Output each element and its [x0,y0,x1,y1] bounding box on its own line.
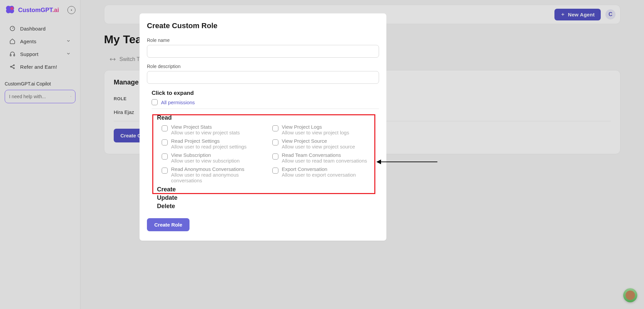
modal-title: Create Custom Role [147,21,379,30]
permission-text: Read Team ConversationsAllow user to rea… [282,152,367,164]
create-role-button[interactable]: Create Role [147,218,190,231]
permission-desc: Allow user to export conversation [282,172,356,178]
create-role-modal: Create Custom Role Role name Role descri… [140,13,386,241]
permission-item[interactable]: Export ConversationAllow user to export … [272,166,377,183]
permission-desc: Allow user to read anonymous conversatio… [171,172,266,183]
role-name-label: Role name [147,38,379,43]
click-to-expand-label: Click to expand [152,90,379,97]
permission-checkbox[interactable] [272,125,278,131]
divider [152,109,379,109]
permission-title: View Project Source [282,138,355,144]
permission-title: View Project Logs [282,124,349,130]
permission-checkbox[interactable] [272,168,278,174]
role-description-input[interactable] [147,71,379,84]
role-description-label: Role description [147,64,379,69]
all-permissions-checkbox[interactable] [152,99,158,105]
permission-title: Read Team Conversations [282,152,367,158]
permission-title: Read Anonymous Conversations [171,166,266,172]
permission-desc: Allow user to read project settings [171,144,247,149]
permission-checkbox[interactable] [162,139,168,145]
permission-title: View Project Stats [171,124,240,130]
delete-section-title[interactable]: Delete [157,202,379,210]
read-section-title[interactable]: Read [157,114,379,121]
permission-desc: Allow user to view project stats [171,130,240,135]
permission-item[interactable]: View Project LogsAllow user to view proj… [272,124,377,135]
permission-checkbox[interactable] [272,139,278,145]
permission-text: View SubscriptionAllow user to view subs… [171,152,239,164]
permission-item[interactable]: Read Project SettingsAllow user to read … [162,138,266,149]
permission-item[interactable]: View SubscriptionAllow user to view subs… [162,152,266,164]
permission-item[interactable]: View Project StatsAllow user to view pro… [162,124,266,135]
all-permissions-link[interactable]: All permissions [161,100,195,105]
permissions-block: Click to expand All permissions Read Vie… [147,90,379,211]
permission-checkbox[interactable] [272,153,278,160]
permission-text: Export ConversationAllow user to export … [282,166,356,178]
permission-item[interactable]: Read Team ConversationsAllow user to rea… [272,152,377,164]
permission-text: Read Project SettingsAllow user to read … [171,138,247,149]
permission-checkbox[interactable] [162,125,168,131]
permission-title: View Subscription [171,152,239,158]
create-section-title[interactable]: Create [157,185,379,194]
permission-checkbox[interactable] [162,153,168,160]
permission-desc: Allow user to view project logs [282,130,349,135]
permission-item[interactable]: View Project SourceAllow user to view pr… [272,138,377,149]
annotation-arrow-line [381,162,437,162]
annotation-arrow-head [376,160,381,164]
permission-text: View Project LogsAllow user to view proj… [282,124,349,135]
all-permissions-row[interactable]: All permissions [152,99,379,105]
update-section-title[interactable]: Update [157,194,379,202]
permission-text: View Project SourceAllow user to view pr… [282,138,355,149]
permission-checkbox[interactable] [162,168,168,174]
permission-desc: Allow user to view project source [282,144,355,149]
permission-text: Read Anonymous ConversationsAllow user t… [171,166,266,183]
read-permissions-grid: View Project StatsAllow user to view pro… [152,124,379,185]
permission-title: Read Project Settings [171,138,247,144]
permission-text: View Project StatsAllow user to view pro… [171,124,240,135]
permission-title: Export Conversation [282,166,356,172]
role-name-input[interactable] [147,45,379,58]
permission-desc: Allow user to read team conversations [282,158,367,164]
permission-desc: Allow user to view subscription [171,158,239,164]
permission-item[interactable]: Read Anonymous ConversationsAllow user t… [162,166,266,183]
